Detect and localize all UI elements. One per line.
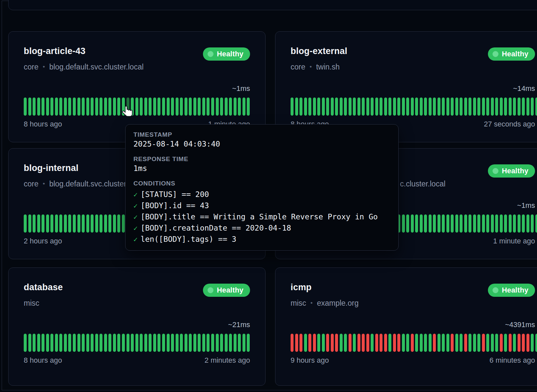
uptime-bar[interactable] [162,98,165,116]
uptime-bar[interactable] [518,214,521,233]
uptime-bar[interactable] [82,334,85,352]
uptime-bar[interactable] [509,214,512,233]
uptime-bar[interactable] [108,214,111,233]
uptime-bar[interactable] [460,334,463,352]
uptime-bar[interactable] [340,334,343,352]
uptime-bar[interactable] [460,214,463,233]
uptime-bar[interactable] [455,98,458,116]
uptime-bar[interactable] [304,98,307,116]
uptime-bar[interactable] [28,98,31,116]
uptime-bar[interactable] [37,214,40,233]
uptime-bar[interactable] [468,334,471,352]
uptime-bar[interactable] [189,334,192,352]
uptime-bar[interactable] [104,334,107,352]
uptime-bar[interactable] [446,98,449,116]
uptime-bar[interactable] [500,334,503,352]
uptime-bar[interactable] [202,98,205,116]
uptime-bar[interactable] [64,98,67,116]
uptime-bar[interactable] [526,214,529,233]
uptime-bar[interactable] [82,214,85,233]
uptime-bar[interactable] [362,98,365,116]
uptime-bar[interactable] [473,334,476,352]
uptime-bar[interactable] [234,98,237,116]
uptime-bar[interactable] [28,334,31,352]
uptime-bar[interactable] [406,214,409,233]
uptime-bar[interactable] [349,98,352,116]
uptime-bar[interactable] [308,98,311,116]
uptime-bar[interactable] [388,334,391,352]
uptime-bar[interactable] [535,214,537,233]
uptime-bar[interactable] [331,334,334,352]
uptime-bar[interactable] [113,98,116,116]
uptime-bar[interactable] [176,334,179,352]
uptime-bar[interactable] [513,214,516,233]
uptime-bar[interactable] [33,214,36,233]
uptime-bar[interactable] [37,98,40,116]
uptime-bar[interactable] [247,98,250,116]
uptime-bar[interactable] [295,334,298,352]
uptime-bar[interactable] [91,334,94,352]
uptime-bar[interactable] [393,334,396,352]
uptime-bar[interactable] [442,98,445,116]
uptime-bar[interactable] [42,98,44,116]
uptime-bar[interactable] [473,214,476,233]
uptime-bar[interactable] [113,214,116,233]
uptime-bar[interactable] [211,334,214,352]
uptime-bar[interactable] [242,334,245,352]
uptime-bar[interactable] [153,334,156,352]
uptime-bar[interactable] [46,334,49,352]
uptime-bar[interactable] [308,334,311,352]
uptime-bar[interactable] [86,334,89,352]
uptime-bar[interactable] [24,214,27,233]
uptime-bar[interactable] [180,98,183,116]
uptime-bar[interactable] [211,98,214,116]
uptime-bar[interactable] [149,334,152,352]
uptime-bar[interactable] [482,98,485,116]
uptime-bar[interactable] [189,98,192,116]
uptime-bar[interactable] [362,334,365,352]
uptime-bar[interactable] [68,214,71,233]
uptime-bar[interactable] [46,98,49,116]
uptime-bar[interactable] [313,334,316,352]
uptime-bar[interactable] [91,214,94,233]
uptime-bar[interactable] [216,334,219,352]
uptime-bar[interactable] [77,214,80,233]
uptime-bar[interactable] [460,98,463,116]
uptime-bar[interactable] [455,334,458,352]
uptime-bar[interactable] [357,334,360,352]
uptime-bar[interactable] [438,214,440,233]
uptime-bar[interactable] [42,334,44,352]
uptime-bar[interactable] [304,334,307,352]
uptime-bar[interactable] [500,214,503,233]
uptime-bar[interactable] [429,98,432,116]
endpoint-card[interactable]: database misc Healthy ~21ms 8 hours ago … [8,267,266,386]
uptime-bar[interactable] [473,98,476,116]
uptime-bar[interactable] [149,98,152,116]
uptime-bar[interactable] [335,334,338,352]
uptime-bar[interactable] [357,98,360,116]
uptime-bar[interactable] [131,334,134,352]
uptime-bar[interactable] [504,98,507,116]
uptime-bar[interactable] [117,334,120,352]
uptime-bar[interactable] [388,98,391,116]
uptime-bar[interactable] [504,214,507,233]
uptime-bar[interactable] [491,214,494,233]
uptime-bar[interactable] [366,98,369,116]
uptime-bar[interactable] [531,334,534,352]
uptime-bar[interactable] [526,334,529,352]
uptime-bar[interactable] [229,334,232,352]
uptime-bar[interactable] [322,98,325,116]
uptime-bar[interactable] [50,98,53,116]
uptime-bar[interactable] [420,214,423,233]
uptime-bar[interactable] [482,334,485,352]
uptime-bar[interactable] [366,334,369,352]
uptime-bar[interactable] [495,214,498,233]
uptime-bar[interactable] [326,334,329,352]
uptime-bar[interactable] [216,98,219,116]
uptime-bar[interactable] [322,334,325,352]
uptime-bar[interactable] [438,334,440,352]
uptime-bar[interactable] [167,334,170,352]
uptime-bar[interactable] [455,214,458,233]
uptime-bar[interactable] [91,98,94,116]
uptime-bar[interactable] [477,334,480,352]
